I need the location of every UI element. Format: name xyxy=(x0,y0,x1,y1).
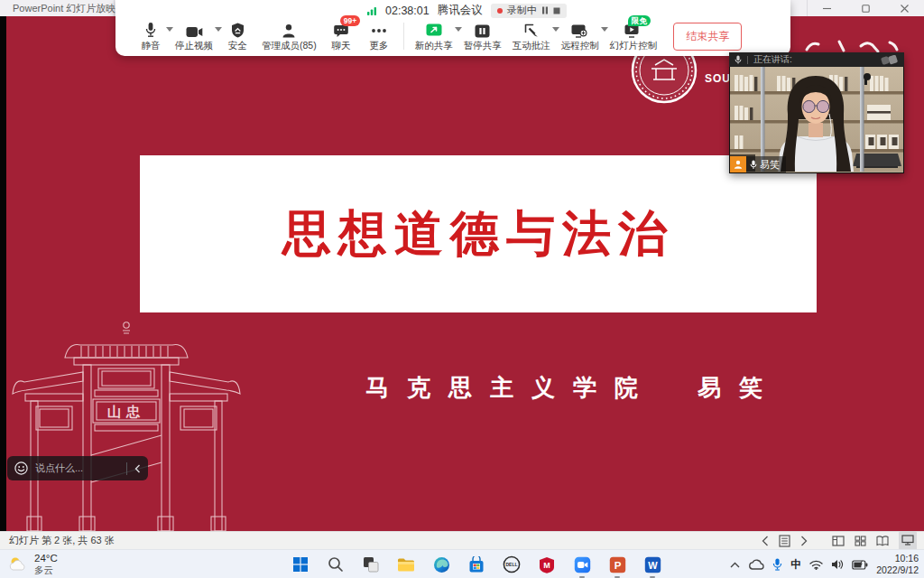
emoji-icon[interactable] xyxy=(14,461,28,475)
meeting-watermark-icon xyxy=(881,55,899,65)
speaking-label: 正在讲话: xyxy=(753,53,875,66)
end-share-button[interactable]: 结束共享 xyxy=(673,23,742,51)
close-button[interactable] xyxy=(885,0,924,16)
powerpoint-taskbar-button[interactable]: P xyxy=(607,555,627,574)
mcafee-shield-icon: M xyxy=(539,556,555,573)
slide-sorter-button[interactable] xyxy=(855,536,866,546)
word-app-icon: W xyxy=(644,556,661,573)
remote-control-icon xyxy=(571,24,588,38)
slide-control-badge: 限免 xyxy=(628,15,651,26)
task-view-icon xyxy=(363,556,379,573)
video-options-caret[interactable] xyxy=(215,27,222,32)
reading-view-button[interactable] xyxy=(876,536,889,546)
meeting-status-row: 02:38:01 腾讯会议 录制中 xyxy=(366,3,567,18)
tray-microphone-icon[interactable] xyxy=(772,558,782,571)
pause-share-button[interactable]: 暂停共享 xyxy=(464,21,502,52)
meeting-timer: 02:38:01 xyxy=(385,5,430,17)
slideshow-view-button[interactable] xyxy=(899,531,917,551)
tray-expand-chevron-icon[interactable] xyxy=(730,562,740,568)
chat-button[interactable]: 99+ 聊天 xyxy=(328,21,355,52)
wifi-icon[interactable] xyxy=(809,560,823,570)
gate-lineart-decoration: 山忠 xyxy=(5,318,263,531)
previous-slide-button[interactable] xyxy=(762,536,769,546)
normal-view-button[interactable] xyxy=(832,536,845,546)
participant-name-badge: 易笑 xyxy=(730,156,786,172)
next-slide-button[interactable] xyxy=(800,536,808,546)
taskbar-tray: 中 10:16 2022/9/12 xyxy=(730,550,919,578)
tencent-meeting-icon xyxy=(574,556,591,573)
share-options-caret[interactable] xyxy=(455,27,462,32)
slide-subtitle: 马克思主义学院 易笑 xyxy=(356,372,790,404)
edge-button[interactable] xyxy=(431,555,451,574)
window-controls xyxy=(807,0,924,16)
onedrive-icon[interactable] xyxy=(748,559,764,570)
share-screen-icon xyxy=(426,23,442,38)
start-button[interactable] xyxy=(291,555,310,574)
annotation-options-caret[interactable] xyxy=(552,27,559,32)
screen: PowerPoint 幻灯片放映 xyxy=(0,0,924,578)
mute-options-caret[interactable] xyxy=(166,27,173,32)
slideshow-icon xyxy=(901,535,914,545)
participant-mic-icon xyxy=(750,160,757,170)
clock-date: 2022/9/12 xyxy=(876,564,919,576)
speaking-mic-icon xyxy=(735,55,742,65)
camera-icon xyxy=(186,26,203,38)
annotation-button[interactable]: 互动批注 xyxy=(513,21,550,52)
new-share-button[interactable]: 新的共享 xyxy=(415,21,453,52)
participant-video-window[interactable]: 正在讲话: xyxy=(729,52,904,173)
slide-title: 思想道德与法治 xyxy=(282,201,674,267)
taskbar-clock[interactable]: 10:16 2022/9/12 xyxy=(876,553,919,575)
video-feed: 易笑 xyxy=(729,67,904,173)
title-banner: 思想道德与法治 xyxy=(140,155,817,312)
recording-label: 录制中 xyxy=(507,4,537,17)
pause-recording-icon[interactable] xyxy=(541,6,549,14)
ppt-nav-controls xyxy=(762,532,917,550)
weather-temp: 24°C xyxy=(34,553,58,564)
ppt-statusbar: 幻灯片 第 2 张, 共 63 张 xyxy=(0,531,924,549)
maximize-button[interactable] xyxy=(846,0,885,16)
search-icon xyxy=(328,556,344,573)
microsoft-store-button[interactable] xyxy=(467,555,486,574)
powerpoint-app-icon: P xyxy=(609,556,626,573)
chat-placeholder[interactable]: 说点什么... xyxy=(35,461,119,475)
remote-options-caret[interactable] xyxy=(601,27,608,32)
more-button[interactable]: 更多 xyxy=(365,21,393,52)
slide-counter: 幻灯片 第 2 张, 共 63 张 xyxy=(9,532,115,549)
recording-pill: 录制中 xyxy=(491,4,567,18)
mcafee-logo-text: M xyxy=(543,561,550,570)
search-button[interactable] xyxy=(326,555,346,574)
slide-control-icon xyxy=(624,24,642,38)
minimize-button[interactable] xyxy=(808,0,846,16)
chat-input-pill[interactable]: 说点什么... xyxy=(7,456,148,480)
person-icon xyxy=(282,23,296,38)
avatar xyxy=(730,156,746,172)
stop-recording-icon[interactable] xyxy=(553,7,560,14)
microphone-icon xyxy=(144,22,157,38)
remote-control-button[interactable]: 远程控制 xyxy=(561,21,599,52)
weather-widget[interactable]: 24°C 多云 xyxy=(7,553,58,575)
file-explorer-button[interactable] xyxy=(396,555,416,574)
manage-members-button[interactable]: 管理成员(85) xyxy=(262,21,317,52)
meeting-button-row: 静音 停止视频 安全 xyxy=(137,19,783,53)
battery-icon[interactable] xyxy=(852,560,868,570)
recording-dot-icon xyxy=(497,8,503,14)
chat-divider xyxy=(126,462,127,475)
titlebar-app: PowerPoint 幻灯片放映 xyxy=(0,0,115,16)
video-window-header[interactable]: 正在讲话: xyxy=(729,52,904,67)
notes-button[interactable] xyxy=(779,535,790,547)
ime-indicator[interactable]: 中 xyxy=(790,557,801,573)
word-taskbar-button[interactable]: W xyxy=(642,555,662,574)
dell-app-button[interactable]: DELL xyxy=(502,555,522,574)
mcafee-button[interactable]: M xyxy=(537,555,557,574)
stop-video-button[interactable]: 停止视频 xyxy=(175,21,213,52)
volume-icon[interactable] xyxy=(831,559,844,570)
mute-button[interactable]: 静音 xyxy=(137,21,164,52)
slide-control-button[interactable]: 限免 幻灯片控制 xyxy=(610,21,658,52)
header-divider xyxy=(747,56,748,64)
task-view-button[interactable] xyxy=(361,555,381,574)
collapse-chevron-icon[interactable] xyxy=(134,464,141,473)
more-dots-icon xyxy=(371,28,387,33)
security-button[interactable]: 安全 xyxy=(224,21,251,52)
chat-unread-badge: 99+ xyxy=(340,15,360,26)
tencent-meeting-button[interactable] xyxy=(572,555,592,574)
